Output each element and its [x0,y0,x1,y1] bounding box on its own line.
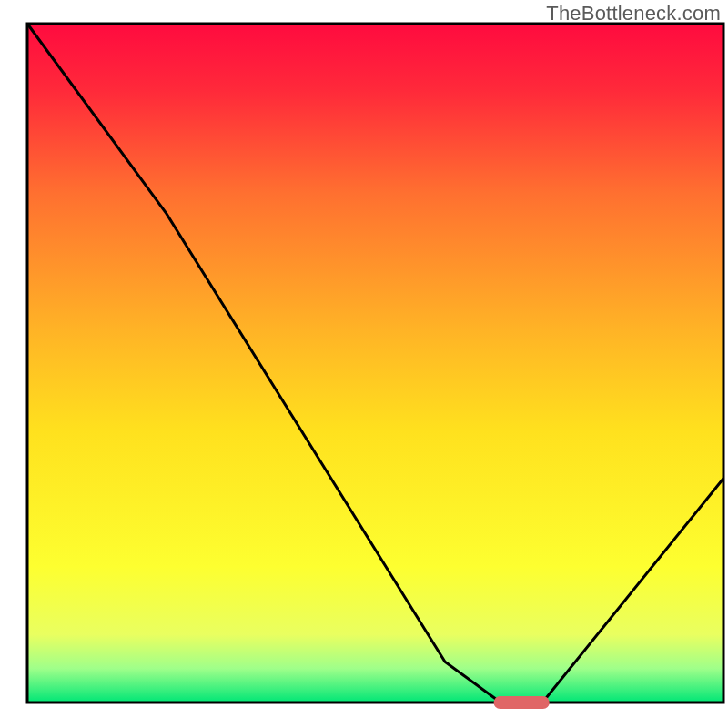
watermark-text: TheBottleneck.com [546,2,721,25]
chart-container: TheBottleneck.com [0,0,728,728]
bottleneck-chart [0,0,728,728]
optimal-marker [494,696,550,709]
plot-background [27,24,723,703]
